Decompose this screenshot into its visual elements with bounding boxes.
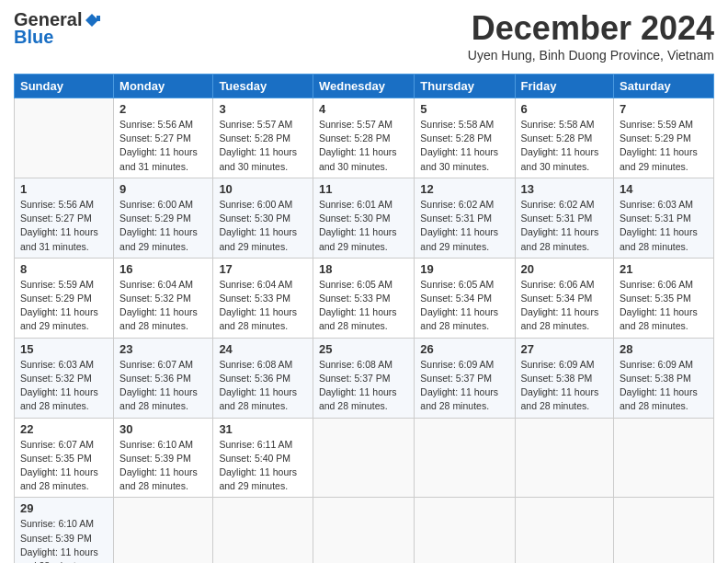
day-number: 18 xyxy=(319,262,408,276)
logo-blue-text: Blue xyxy=(14,27,53,48)
calendar-cell: 26Sunrise: 6:09 AM Sunset: 5:37 PM Dayli… xyxy=(415,338,515,418)
day-content: Sunrise: 6:07 AM Sunset: 5:35 PM Dayligh… xyxy=(20,438,108,494)
calendar-cell xyxy=(515,418,614,498)
day-content: Sunrise: 5:59 AM Sunset: 5:29 PM Dayligh… xyxy=(20,278,108,334)
day-content: Sunrise: 6:05 AM Sunset: 5:33 PM Dayligh… xyxy=(319,278,408,334)
day-number: 30 xyxy=(119,422,207,436)
calendar-cell xyxy=(415,418,515,498)
calendar-cell: 14Sunrise: 6:03 AM Sunset: 5:31 PM Dayli… xyxy=(614,178,714,258)
day-content: Sunrise: 5:57 AM Sunset: 5:28 PM Dayligh… xyxy=(219,118,307,174)
day-number: 10 xyxy=(219,182,307,196)
col-header-saturday: Saturday xyxy=(614,75,714,98)
calendar-cell xyxy=(15,98,114,178)
calendar-cell: 15Sunrise: 6:03 AM Sunset: 5:32 PM Dayli… xyxy=(15,338,114,418)
calendar-cell: 13Sunrise: 6:02 AM Sunset: 5:31 PM Dayli… xyxy=(515,178,614,258)
col-header-sunday: Sunday xyxy=(15,75,114,98)
day-content: Sunrise: 6:01 AM Sunset: 5:30 PM Dayligh… xyxy=(319,198,408,254)
calendar-cell: 4Sunrise: 5:57 AM Sunset: 5:28 PM Daylig… xyxy=(313,98,414,178)
day-number: 14 xyxy=(620,182,708,196)
day-content: Sunrise: 5:56 AM Sunset: 5:27 PM Dayligh… xyxy=(119,118,207,174)
day-number: 7 xyxy=(620,102,708,116)
day-number: 29 xyxy=(20,501,108,515)
day-number: 4 xyxy=(319,102,408,116)
day-content: Sunrise: 6:02 AM Sunset: 5:31 PM Dayligh… xyxy=(420,198,508,254)
calendar-cell: 8Sunrise: 5:59 AM Sunset: 5:29 PM Daylig… xyxy=(15,258,114,338)
day-content: Sunrise: 6:10 AM Sunset: 5:39 PM Dayligh… xyxy=(119,438,207,494)
day-number: 22 xyxy=(20,422,108,436)
day-content: Sunrise: 6:06 AM Sunset: 5:34 PM Dayligh… xyxy=(521,278,609,334)
day-number: 9 xyxy=(119,182,207,196)
calendar-cell xyxy=(515,498,614,563)
day-content: Sunrise: 6:09 AM Sunset: 5:38 PM Dayligh… xyxy=(620,358,708,414)
calendar-cell xyxy=(614,418,714,498)
calendar-cell xyxy=(213,498,313,563)
day-content: Sunrise: 5:59 AM Sunset: 5:29 PM Dayligh… xyxy=(620,118,708,174)
calendar-cell: 29Sunrise: 6:10 AM Sunset: 5:39 PM Dayli… xyxy=(15,498,114,563)
calendar-cell: 10Sunrise: 6:00 AM Sunset: 5:30 PM Dayli… xyxy=(213,178,313,258)
day-content: Sunrise: 5:57 AM Sunset: 5:28 PM Dayligh… xyxy=(319,118,408,174)
calendar-header-row: SundayMondayTuesdayWednesdayThursdayFrid… xyxy=(15,75,714,98)
calendar-cell: 16Sunrise: 6:04 AM Sunset: 5:32 PM Dayli… xyxy=(114,258,213,338)
calendar-week-row: 22Sunrise: 6:07 AM Sunset: 5:35 PM Dayli… xyxy=(15,418,714,498)
day-content: Sunrise: 5:56 AM Sunset: 5:27 PM Dayligh… xyxy=(20,198,108,254)
day-number: 23 xyxy=(119,342,207,356)
day-number: 12 xyxy=(420,182,508,196)
day-number: 6 xyxy=(521,102,609,116)
day-number: 19 xyxy=(420,262,508,276)
calendar-week-row: 1Sunrise: 5:56 AM Sunset: 5:27 PM Daylig… xyxy=(15,178,714,258)
day-content: Sunrise: 6:00 AM Sunset: 5:30 PM Dayligh… xyxy=(219,198,307,254)
month-title: December 2024 xyxy=(468,9,714,48)
calendar-table: SundayMondayTuesdayWednesdayThursdayFrid… xyxy=(14,74,714,563)
calendar-cell: 20Sunrise: 6:06 AM Sunset: 5:34 PM Dayli… xyxy=(515,258,614,338)
calendar-week-row: 8Sunrise: 5:59 AM Sunset: 5:29 PM Daylig… xyxy=(15,258,714,338)
calendar-cell: 7Sunrise: 5:59 AM Sunset: 5:29 PM Daylig… xyxy=(614,98,714,178)
calendar-cell xyxy=(313,418,414,498)
day-content: Sunrise: 5:58 AM Sunset: 5:28 PM Dayligh… xyxy=(420,118,508,174)
day-content: Sunrise: 6:03 AM Sunset: 5:32 PM Dayligh… xyxy=(20,358,108,414)
day-content: Sunrise: 6:05 AM Sunset: 5:34 PM Dayligh… xyxy=(420,278,508,334)
calendar-cell xyxy=(415,498,515,563)
calendar-cell: 24Sunrise: 6:08 AM Sunset: 5:36 PM Dayli… xyxy=(213,338,313,418)
logo: General Blue xyxy=(14,9,100,48)
calendar-cell: 19Sunrise: 6:05 AM Sunset: 5:34 PM Dayli… xyxy=(415,258,515,338)
calendar-cell: 23Sunrise: 6:07 AM Sunset: 5:36 PM Dayli… xyxy=(114,338,213,418)
day-content: Sunrise: 6:09 AM Sunset: 5:38 PM Dayligh… xyxy=(521,358,609,414)
col-header-friday: Friday xyxy=(515,75,614,98)
day-number: 16 xyxy=(119,262,207,276)
calendar-cell: 9Sunrise: 6:00 AM Sunset: 5:29 PM Daylig… xyxy=(114,178,213,258)
col-header-monday: Monday xyxy=(114,75,213,98)
header: General Blue December 2024 Uyen Hung, Bi… xyxy=(14,9,714,70)
day-number: 28 xyxy=(620,342,708,356)
calendar-cell: 30Sunrise: 6:10 AM Sunset: 5:39 PM Dayli… xyxy=(114,418,213,498)
day-number: 1 xyxy=(20,182,108,196)
calendar-cell: 3Sunrise: 5:57 AM Sunset: 5:28 PM Daylig… xyxy=(213,98,313,178)
calendar-cell: 17Sunrise: 6:04 AM Sunset: 5:33 PM Dayli… xyxy=(213,258,313,338)
subtitle: Uyen Hung, Binh Duong Province, Vietnam xyxy=(468,48,714,63)
day-content: Sunrise: 6:03 AM Sunset: 5:31 PM Dayligh… xyxy=(620,198,708,254)
day-content: Sunrise: 6:08 AM Sunset: 5:36 PM Dayligh… xyxy=(219,358,307,414)
day-number: 31 xyxy=(219,422,307,436)
day-content: Sunrise: 6:02 AM Sunset: 5:31 PM Dayligh… xyxy=(521,198,609,254)
calendar-cell: 31Sunrise: 6:11 AM Sunset: 5:40 PM Dayli… xyxy=(213,418,313,498)
day-number: 26 xyxy=(420,342,508,356)
calendar-cell: 12Sunrise: 6:02 AM Sunset: 5:31 PM Dayli… xyxy=(415,178,515,258)
day-content: Sunrise: 5:58 AM Sunset: 5:28 PM Dayligh… xyxy=(521,118,609,174)
day-content: Sunrise: 6:10 AM Sunset: 5:39 PM Dayligh… xyxy=(20,517,108,563)
calendar-cell: 21Sunrise: 6:06 AM Sunset: 5:35 PM Dayli… xyxy=(614,258,714,338)
day-number: 15 xyxy=(20,342,108,356)
day-content: Sunrise: 6:09 AM Sunset: 5:37 PM Dayligh… xyxy=(420,358,508,414)
calendar-cell xyxy=(114,498,213,563)
col-header-wednesday: Wednesday xyxy=(313,75,414,98)
day-number: 11 xyxy=(319,182,408,196)
calendar-cell: 1Sunrise: 5:56 AM Sunset: 5:27 PM Daylig… xyxy=(15,178,114,258)
day-number: 13 xyxy=(521,182,609,196)
logo-icon xyxy=(84,12,100,29)
day-number: 24 xyxy=(219,342,307,356)
col-header-tuesday: Tuesday xyxy=(213,75,313,98)
day-number: 20 xyxy=(521,262,609,276)
day-number: 17 xyxy=(219,262,307,276)
day-content: Sunrise: 6:06 AM Sunset: 5:35 PM Dayligh… xyxy=(620,278,708,334)
day-number: 5 xyxy=(420,102,508,116)
calendar-cell xyxy=(614,498,714,563)
calendar-week-row: 2Sunrise: 5:56 AM Sunset: 5:27 PM Daylig… xyxy=(15,98,714,178)
